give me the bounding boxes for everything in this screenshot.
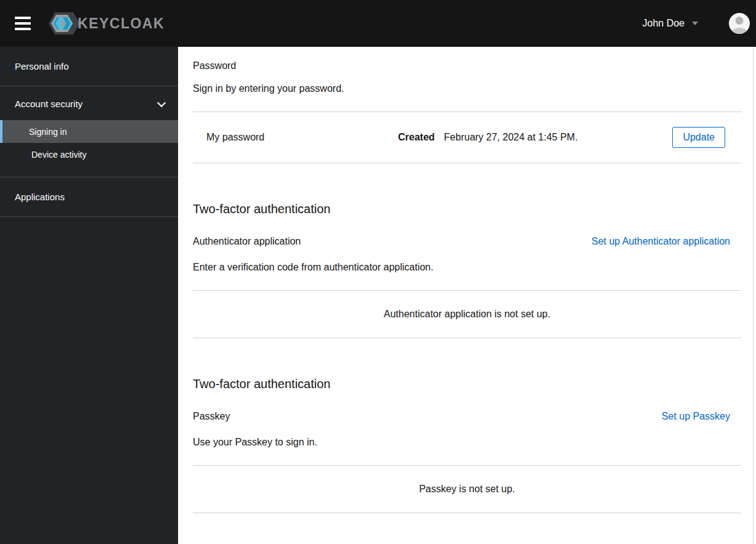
sidebar-item-label: Applications — [15, 192, 65, 202]
scrollbar-track[interactable] — [753, 47, 754, 544]
sidebar-item-label: Personal info — [15, 61, 69, 71]
two-factor-passkey-section: Two-factor authentication Passkey Set up… — [193, 377, 741, 513]
keycloak-logo[interactable]: KEYCLOAK — [47, 10, 165, 37]
passkey-description: Use your Passkey to sign in. — [193, 437, 741, 448]
user-name: John Doe — [643, 18, 685, 29]
setup-authenticator-link[interactable]: Set up Authenticator application — [591, 236, 730, 247]
setup-passkey-link[interactable]: Set up Passkey — [662, 411, 730, 422]
chevron-down-icon — [157, 98, 166, 107]
section-title: Two-factor authentication — [193, 202, 741, 216]
user-menu-button[interactable]: John Doe — [643, 18, 699, 29]
passkey-subtitle: Passkey — [193, 411, 230, 422]
section-title: Two-factor authentication — [193, 377, 741, 391]
credential-name: My password — [193, 132, 398, 143]
sidebar-item-personal-info[interactable]: Personal info — [0, 47, 178, 86]
created-value: February 27, 2024 at 1:45 PM. — [444, 132, 578, 143]
sidebar-item-label: Account security — [15, 99, 83, 109]
created-label: Created — [398, 132, 435, 143]
divider — [193, 338, 741, 338]
keycloak-hexagon-icon — [47, 10, 81, 37]
password-section: Password Sign in by entering your passwo… — [193, 60, 741, 163]
account-security-subnav: Signing in Device activity — [0, 120, 178, 177]
sidebar-item-label: Signing in — [29, 127, 67, 137]
authenticator-empty-message: Authenticator application is not set up. — [193, 291, 741, 338]
password-title: Password — [193, 60, 741, 71]
sidebar-item-applications[interactable]: Applications — [0, 177, 178, 216]
password-row: My password Created February 27, 2024 at… — [193, 112, 741, 163]
sidebar-item-label: Device activity — [31, 150, 86, 160]
update-button[interactable]: Update — [672, 127, 725, 148]
avatar-shoulders-icon — [732, 28, 747, 34]
divider — [193, 513, 741, 513]
sidebar-nav: Personal info Account security Signing i… — [0, 47, 178, 544]
hamburger-menu-icon[interactable] — [15, 17, 31, 30]
avatar[interactable] — [729, 13, 750, 34]
caret-down-icon — [692, 22, 698, 25]
passkey-empty-message: Passkey is not set up. — [193, 466, 741, 513]
password-description: Sign in by entering your password. — [193, 83, 741, 94]
sidebar-item-device-activity[interactable]: Device activity — [0, 143, 178, 166]
main-content: Password Sign in by entering your passwo… — [178, 47, 756, 544]
masthead: KEYCLOAK John Doe — [0, 0, 756, 47]
brand-wordmark: KEYCLOAK — [78, 15, 165, 32]
avatar-head-icon — [736, 17, 744, 25]
divider — [193, 163, 741, 163]
authenticator-description: Enter a verification code from authentic… — [193, 262, 741, 273]
sidebar-item-account-security[interactable]: Account security — [0, 86, 178, 120]
two-factor-authenticator-section: Two-factor authentication Authenticator … — [193, 202, 741, 338]
authenticator-subtitle: Authenticator application — [193, 236, 301, 247]
sidebar-item-signing-in[interactable]: Signing in — [0, 120, 178, 143]
